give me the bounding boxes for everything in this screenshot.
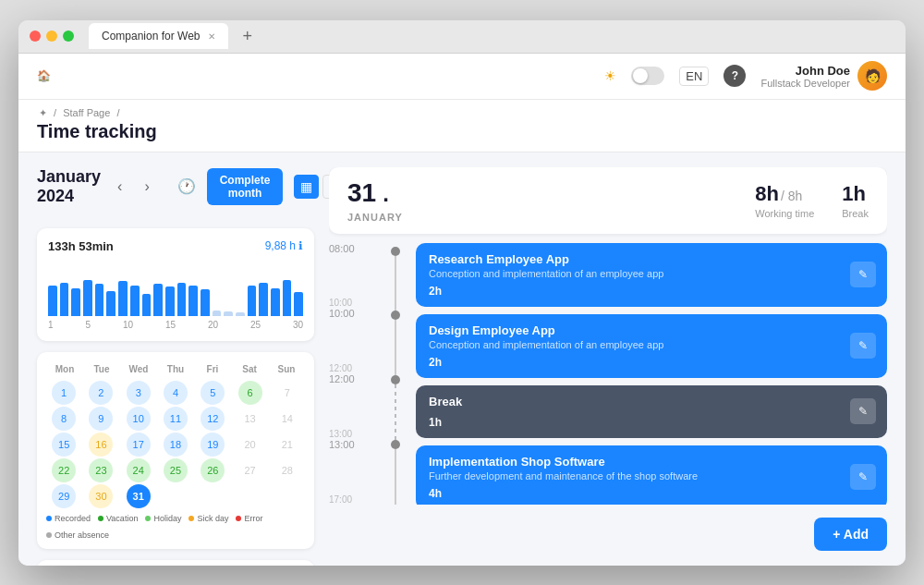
cal-day-28[interactable]: 28	[275, 458, 299, 482]
event-title: Implementation Shop Software	[429, 455, 874, 469]
cal-day-30[interactable]: 30	[89, 484, 113, 508]
cal-day-8[interactable]: 8	[52, 407, 76, 431]
breadcrumb-staff[interactable]: Staff Page	[63, 107, 110, 118]
event-title: Research Employee App	[429, 252, 874, 266]
cal-day-27[interactable]: 27	[238, 458, 262, 482]
chart-label-5: 5	[85, 320, 91, 330]
page-header: ✦ / Staff Page / Time tracking	[18, 100, 906, 152]
history-icon: 🕐	[177, 178, 196, 194]
history-button[interactable]: 🕐	[177, 177, 196, 195]
working-time-value: 8h / 8h	[755, 182, 814, 206]
language-selector[interactable]: EN	[679, 67, 709, 86]
timeline-events: Research Employee App Conception and imp…	[416, 243, 887, 505]
timeline-dot-1	[391, 247, 400, 256]
cal-day-13[interactable]: 13	[238, 407, 262, 431]
cal-day-18[interactable]: 18	[164, 433, 188, 457]
calendar-view-button[interactable]: ▦	[294, 175, 319, 199]
cal-day-2[interactable]: 2	[89, 381, 113, 405]
cal-day-25[interactable]: 25	[164, 458, 188, 482]
time-slot-2: 10:00 12:00	[329, 308, 375, 373]
next-month-button[interactable]: ›	[139, 177, 154, 197]
legend-item-other-absence: Other absence	[46, 530, 109, 540]
cal-day-1[interactable]: 1	[52, 381, 76, 405]
user-info: John Doe Fullstack Developer	[760, 64, 850, 89]
legend-item-error: Error	[236, 514, 262, 523]
cal-day-15[interactable]: 15	[52, 433, 76, 457]
cal-day-3[interactable]: 3	[127, 381, 151, 405]
browser-tab[interactable]: Companion for Web ✕	[89, 23, 228, 49]
day-number: 31	[347, 178, 376, 208]
help-button[interactable]: ?	[723, 65, 746, 87]
prev-month-button[interactable]: ‹	[112, 177, 128, 197]
fullscreen-button[interactable]	[63, 30, 74, 42]
cal-day-14[interactable]: 14	[275, 407, 299, 431]
chart-avg: 9,88 h ℹ	[265, 239, 303, 253]
top-nav: 🏠 ☀ EN ? John Doe Fullstack Developer 🧑	[18, 54, 906, 100]
cal-day-26[interactable]: 26	[201, 458, 225, 482]
cal-day-4[interactable]: 4	[164, 381, 188, 405]
cal-day-17[interactable]: 17	[127, 433, 151, 457]
cal-day-23[interactable]: 23	[89, 458, 113, 482]
event-duration: 4h	[429, 487, 874, 500]
timeline-segment-1	[395, 256, 396, 311]
breadcrumb-sep1: /	[54, 107, 56, 118]
chart-label-10: 10	[123, 320, 133, 330]
timeline-dot-4	[391, 440, 400, 449]
event-edit-button[interactable]: ✎	[850, 398, 876, 424]
time-slot-4: 13:00 17:00	[329, 439, 375, 505]
complete-month-button[interactable]: Complete month	[207, 168, 284, 205]
user-role: Fullstack Developer	[760, 78, 850, 89]
cal-day-empty	[238, 484, 262, 508]
add-entry-button[interactable]: + Add	[814, 518, 887, 551]
chart-bar-16	[224, 311, 233, 316]
cal-day-31[interactable]: 31	[127, 484, 151, 508]
event-edit-button[interactable]: ✎	[850, 333, 876, 359]
break-value: 1h	[842, 182, 869, 206]
timeline-dot-3	[391, 375, 400, 384]
event-duration: 1h	[429, 416, 874, 429]
cal-day-20[interactable]: 20	[238, 433, 262, 457]
event-edit-button[interactable]: ✎	[850, 464, 876, 490]
cal-day-5[interactable]: 5	[201, 381, 225, 405]
chart-bar-19	[259, 283, 268, 316]
event-title: Design Employee App	[429, 323, 874, 337]
cal-day-9[interactable]: 9	[89, 407, 113, 431]
chart-bar-17	[236, 312, 245, 316]
chart-bar-3	[71, 288, 80, 316]
legend-item-recorded: Recorded	[46, 514, 91, 523]
tab-close-icon[interactable]: ✕	[208, 31, 215, 42]
event-title: Break	[429, 395, 874, 408]
cal-day-21[interactable]: 21	[275, 433, 299, 457]
cal-day-19[interactable]: 19	[201, 433, 225, 457]
chart-bar-2	[60, 283, 69, 316]
cal-day-22[interactable]: 22	[52, 458, 76, 482]
cal-day-6[interactable]: 6	[238, 381, 262, 405]
traffic-lights	[30, 30, 74, 42]
user-menu[interactable]: John Doe Fullstack Developer 🧑	[760, 61, 887, 91]
legend-dot	[188, 516, 194, 521]
month-controls-row: January 2024 ‹ › 🕐 Complete month ▦ ☰	[37, 167, 314, 206]
cal-day-empty	[201, 484, 225, 508]
breadcrumb-sep2: /	[116, 107, 119, 118]
cal-day-12[interactable]: 12	[201, 407, 225, 431]
cal-day-16[interactable]: 16	[89, 433, 113, 457]
new-tab-button[interactable]: +	[236, 27, 261, 46]
close-button[interactable]	[30, 30, 41, 42]
cal-day-7[interactable]: 7	[275, 381, 299, 405]
month-title: January 2024	[37, 167, 101, 206]
timeline-segment-3	[395, 384, 396, 440]
cal-day-10[interactable]: 10	[127, 407, 151, 431]
event-edit-button[interactable]: ✎	[850, 262, 876, 287]
chart-bar-5	[95, 284, 104, 316]
chart-bar-9	[142, 294, 152, 316]
theme-toggle[interactable]	[631, 67, 664, 85]
minimize-button[interactable]	[46, 30, 57, 42]
breadcrumb-home[interactable]: ✦	[39, 107, 47, 118]
avatar[interactable]: 🧑	[857, 61, 887, 91]
calendar-container: MonTueWedThuFriSatSun 123456789101112131…	[37, 352, 314, 549]
chart-total: 133h 53min	[48, 239, 114, 253]
cal-day-29[interactable]: 29	[52, 484, 76, 508]
timeline-times: 08:00 10:00 10:00 12:00 12:00 13:00 13	[329, 243, 375, 505]
cal-day-11[interactable]: 11	[164, 407, 188, 431]
cal-day-24[interactable]: 24	[127, 458, 151, 482]
